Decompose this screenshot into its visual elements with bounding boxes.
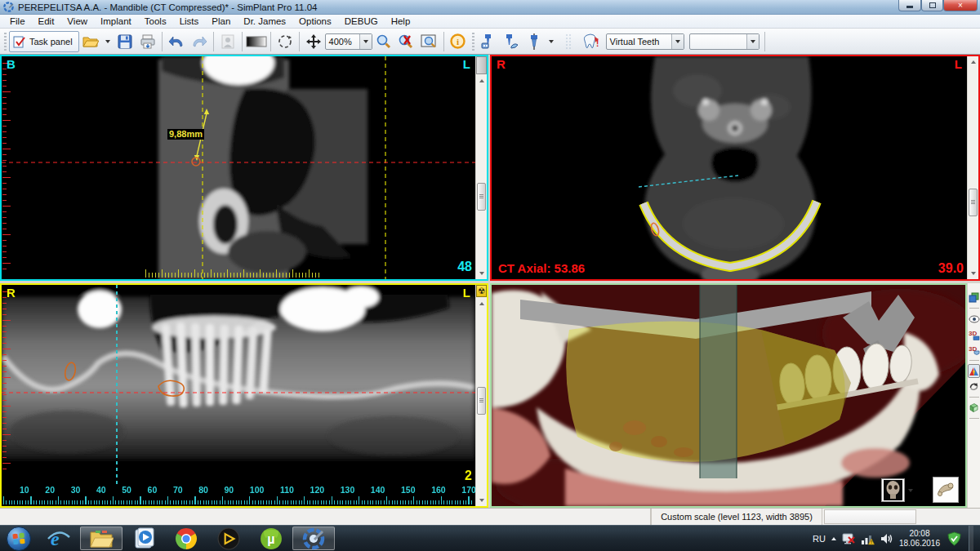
zoom-region-button[interactable] [419,31,440,52]
zoom-dropdown-button[interactable] [359,34,372,49]
start-button[interactable] [0,527,38,551]
task-panel-button[interactable]: Task panel [9,31,79,52]
taskbar-internet-explorer[interactable]: e [38,527,80,551]
cross-sectional-scrollbar[interactable] [475,56,487,279]
3d-quality-button[interactable]: 3D [968,343,980,357]
scroll-up-button[interactable] [968,57,978,67]
skull-preset-icon [884,480,902,500]
scroll-down-button[interactable] [476,495,487,505]
axial-scrollbar[interactable] [967,56,978,279]
scroll-up-button[interactable] [476,76,487,86]
panoramic-view[interactable]: 1020304050607080901001101201301401501601… [0,283,488,508]
orientation-label-l: L [463,287,470,299]
cross-sectional-view[interactable]: 9,88mm B L 48 [0,55,488,281]
rotate-scene-button[interactable] [274,31,296,52]
taskbar-windows-explorer[interactable] [80,527,122,550]
menu-item[interactable]: Help [385,16,417,27]
menu-item[interactable]: Tools [138,16,173,27]
print-button[interactable] [137,31,158,52]
scrollbar-thumb[interactable] [477,183,486,211]
implant-place-button[interactable] [523,31,545,52]
close-button[interactable]: × [943,0,978,11]
cross-sectional-image[interactable] [2,56,475,279]
toolbar-grip[interactable] [3,33,7,51]
implant-place-dropdown[interactable] [546,31,556,52]
zoom-value: 400% [326,37,359,47]
ruler-number: 30 [71,486,81,495]
taskbar-chrome[interactable] [165,527,207,551]
taskbar-utorrent[interactable]: µ [250,527,292,551]
radiation-icon[interactable]: ☢ [476,285,487,297]
panoramic-scrollbar[interactable]: ☢ [475,285,487,506]
undo-button[interactable] [166,31,187,52]
drill-guide-button[interactable] [558,31,579,52]
tooth-library-combobox[interactable]: Virtual Teeth [606,33,684,50]
implant-measure-button[interactable] [478,31,499,52]
contrast-button[interactable] [246,31,267,52]
rotate-3d-button[interactable] [968,380,980,393]
language-indicator[interactable]: RU [813,534,826,544]
menu-item[interactable]: Options [292,16,338,27]
ruler-number: 20 [45,486,55,495]
three-d-render[interactable] [492,285,965,506]
view-3d[interactable] [490,283,967,508]
3d-save-button[interactable]: 3D [968,327,980,341]
axial-view[interactable]: R L CT Axial: 53.86 39.0 [490,55,980,281]
scroll-down-button[interactable] [476,269,487,278]
show-desktop-button[interactable] [969,526,973,551]
implant-edit-button[interactable] [501,31,522,52]
scrollbar-block[interactable] [476,56,487,74]
scroll-up-button[interactable] [476,299,487,309]
visibility-button[interactable] [968,312,980,326]
simplant-taskbar-icon [301,527,326,551]
display-alert-tray-icon[interactable] [842,533,855,545]
taskbar: e [0,525,980,551]
redo-button[interactable] [189,31,210,52]
preset-dropdown-arrow[interactable] [908,489,913,492]
taskbar-simplant[interactable] [292,527,335,550]
zoom-tool-button[interactable] [373,31,394,52]
save-button[interactable] [114,31,136,52]
axial-image[interactable] [492,56,967,279]
render-layers-button[interactable] [968,291,980,304]
menubar: FileEditViewImplantToolsListsPlanDr. Jam… [0,15,980,29]
tooth-alert-button[interactable]: ! [581,31,602,52]
patient-photo-button[interactable] [217,31,238,52]
implant-library-dropdown[interactable] [746,34,759,49]
open-dropdown[interactable] [103,31,113,52]
zoom-reset-button[interactable] [396,31,417,52]
scrollbar-thumb[interactable] [969,189,978,216]
scrollbar-thumb[interactable] [477,387,486,415]
menu-item[interactable]: View [60,16,94,27]
clock[interactable]: 20:08 18.06.2016 [899,529,942,549]
open-button[interactable] [80,31,101,52]
menu-item[interactable]: Plan [205,16,237,27]
minimize-button[interactable] [898,0,921,11]
menu-item[interactable]: DEBUG [338,16,385,27]
zoom-combobox[interactable]: 400% [325,33,372,50]
taskbar-media-player[interactable] [122,527,165,551]
visibility-eye-icon [969,315,980,323]
info-button[interactable]: i [448,31,469,52]
scroll-down-button[interactable] [968,269,978,278]
color-segments-button[interactable] [968,364,980,378]
implant-library-combobox[interactable] [689,33,760,50]
bone-model-button[interactable] [933,477,959,503]
volume-tray-icon[interactable] [880,533,893,544]
network-tray-icon[interactable]: ! [861,533,875,545]
menu-item[interactable]: Implant [94,16,138,27]
tooth-library-dropdown[interactable] [671,34,684,49]
antivirus-shield-icon[interactable] [947,531,961,546]
menu-item[interactable]: Dr. James [237,16,292,27]
toolbar-grip[interactable] [471,33,475,51]
taskbar-aimp[interactable] [207,527,250,551]
menu-item[interactable]: Edit [32,16,61,27]
volume-button[interactable] [968,401,980,415]
panoramic-image[interactable] [2,285,475,506]
hidden-icons-arrow[interactable] [831,537,836,540]
maximize-button[interactable] [921,0,943,11]
menu-item[interactable]: Lists [173,16,206,27]
menu-item[interactable]: File [3,16,32,27]
view-preset-button[interactable] [881,478,905,502]
pan-button[interactable] [303,31,324,52]
